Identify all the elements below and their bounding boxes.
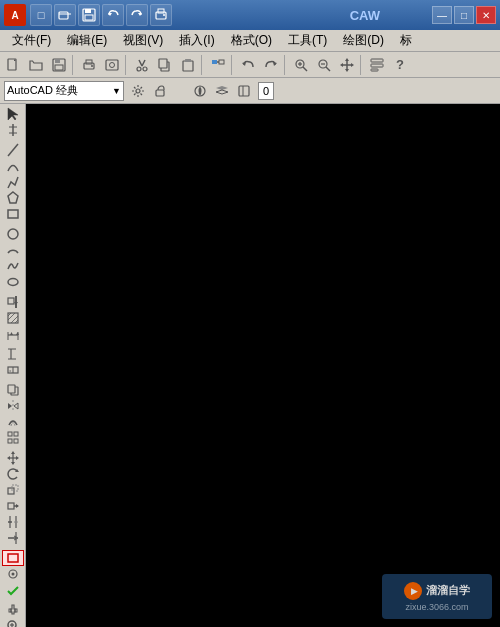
- menu-tools[interactable]: 工具(T): [280, 30, 335, 51]
- tool-trim[interactable]: [2, 514, 24, 530]
- tool-move[interactable]: [2, 450, 24, 466]
- tb-help[interactable]: ?: [389, 54, 411, 76]
- tool-array[interactable]: [2, 430, 24, 446]
- layer-icon-1[interactable]: [190, 81, 210, 101]
- svg-marker-67: [10, 332, 13, 335]
- tool-offset[interactable]: [2, 414, 24, 430]
- tb-zoom-prev[interactable]: [313, 54, 335, 76]
- tool-insert[interactable]: [2, 294, 24, 310]
- tool-snap[interactable]: [2, 566, 24, 582]
- tool-dim2[interactable]: [2, 346, 24, 362]
- svg-rect-93: [8, 503, 14, 509]
- tool-circle[interactable]: [2, 226, 24, 242]
- svg-rect-25: [219, 60, 224, 64]
- menu-view[interactable]: 视图(V): [115, 30, 171, 51]
- tool-select[interactable]: [2, 106, 24, 122]
- tb-copy[interactable]: [154, 54, 176, 76]
- left-toolbar: ±: [0, 104, 26, 627]
- workspace-selector[interactable]: AutoCAD 经典 ▼: [4, 81, 124, 101]
- tool-check[interactable]: [2, 582, 24, 598]
- svg-rect-56: [8, 298, 14, 304]
- close-button[interactable]: ✕: [476, 6, 496, 24]
- tb-preview[interactable]: [101, 54, 123, 76]
- svg-rect-12: [55, 65, 63, 70]
- tool-snap-vertical[interactable]: [2, 122, 24, 138]
- tb-zoom-window[interactable]: [290, 54, 312, 76]
- tool-arc[interactable]: [2, 158, 24, 174]
- svg-rect-24: [212, 60, 217, 64]
- svg-marker-27: [273, 62, 277, 66]
- tool-zoom[interactable]: [2, 618, 24, 627]
- tool-stretch[interactable]: [2, 498, 24, 514]
- maximize-button[interactable]: □: [454, 6, 474, 24]
- svg-line-29: [303, 67, 307, 71]
- caw-text: CAW: [350, 8, 380, 23]
- tb-undo[interactable]: [237, 54, 259, 76]
- svg-marker-88: [7, 456, 10, 460]
- redo-button[interactable]: [126, 4, 148, 26]
- svg-rect-21: [159, 59, 167, 68]
- tool-mirror[interactable]: [2, 398, 24, 414]
- tb-new[interactable]: [2, 54, 24, 76]
- tool-scale[interactable]: [2, 482, 24, 498]
- watermark-url: zixue.3066.com: [405, 602, 468, 612]
- separator-2: [125, 55, 129, 75]
- tool-rotate[interactable]: [2, 466, 24, 482]
- menu-more[interactable]: 标: [392, 30, 420, 51]
- separator-5: [284, 55, 288, 75]
- layer-icon-2[interactable]: [212, 81, 232, 101]
- tb-matchprop[interactable]: [207, 54, 229, 76]
- tb-plot[interactable]: [78, 54, 100, 76]
- tool-extend[interactable]: [2, 530, 24, 546]
- undo-button[interactable]: [102, 4, 124, 26]
- tool-ellipse[interactable]: [2, 274, 24, 290]
- watermark-top: ▶ 溜溜自学: [404, 582, 470, 600]
- tb-pan[interactable]: [336, 54, 358, 76]
- svg-rect-2: [85, 9, 91, 13]
- menu-insert[interactable]: 插入(I): [171, 30, 222, 51]
- lock-button[interactable]: [150, 81, 170, 101]
- menu-edit[interactable]: 编辑(E): [59, 30, 115, 51]
- tool-spline[interactable]: [2, 258, 24, 274]
- play-icon: ▶: [404, 582, 422, 600]
- tb-open[interactable]: [25, 54, 47, 76]
- new-button[interactable]: □: [30, 4, 52, 26]
- tool-rectangle[interactable]: [2, 206, 24, 222]
- open-button[interactable]: [54, 4, 76, 26]
- tool-arc2[interactable]: [2, 242, 24, 258]
- tool-active[interactable]: [2, 550, 24, 566]
- window-controls: — □ ✕: [432, 6, 496, 24]
- svg-marker-47: [8, 108, 18, 120]
- tool-line[interactable]: [2, 142, 24, 158]
- workspace-dropdown-arrow: ▼: [112, 86, 121, 96]
- svg-point-42: [136, 89, 140, 93]
- save-button[interactable]: [78, 4, 100, 26]
- svg-rect-22: [183, 61, 193, 71]
- canvas-area[interactable]: ▶ 溜溜自学 zixue.3066.com: [26, 104, 500, 627]
- minimize-button[interactable]: —: [432, 6, 452, 24]
- tool-tolerance[interactable]: ±: [2, 362, 24, 378]
- tool-pan[interactable]: [2, 602, 24, 618]
- menu-draw[interactable]: 绘图(D): [335, 30, 392, 51]
- layer-icon-3[interactable]: [234, 81, 254, 101]
- main-area: ±: [0, 104, 500, 627]
- tool-hatch[interactable]: [2, 310, 24, 326]
- svg-text:±: ±: [9, 368, 12, 373]
- gear-button[interactable]: [128, 81, 148, 101]
- counter-display: 0: [258, 82, 274, 100]
- tb-save[interactable]: [48, 54, 70, 76]
- svg-rect-80: [8, 432, 12, 436]
- svg-rect-39: [371, 59, 383, 62]
- tool-polyline[interactable]: [2, 174, 24, 190]
- tool-polygon[interactable]: [2, 190, 24, 206]
- tool-dimension[interactable]: [2, 330, 24, 346]
- svg-rect-23: [185, 59, 191, 62]
- plot-button[interactable]: [150, 4, 172, 26]
- tb-paste[interactable]: [177, 54, 199, 76]
- tb-cut[interactable]: [131, 54, 153, 76]
- menu-format[interactable]: 格式(O): [223, 30, 280, 51]
- tool-copy[interactable]: [2, 382, 24, 398]
- tb-redo[interactable]: [260, 54, 282, 76]
- tb-properties[interactable]: [366, 54, 388, 76]
- menu-file[interactable]: 文件(F): [4, 30, 59, 51]
